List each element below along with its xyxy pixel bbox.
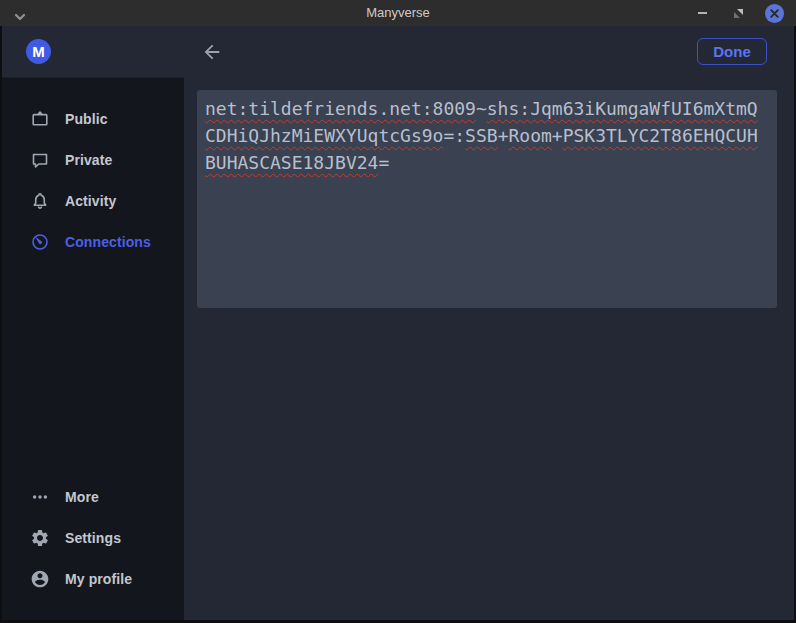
sidebar-item-more[interactable]: More bbox=[2, 476, 184, 517]
window-frame: M Done bbox=[0, 26, 796, 623]
main-pane: net:tildefriends.net:8009~shs:Jqm63iKumg… bbox=[184, 77, 794, 620]
invite-code-field[interactable]: net:tildefriends.net:8009~shs:Jqm63iKumg… bbox=[197, 90, 777, 308]
sidebar-top-group: Public Private bbox=[2, 98, 184, 262]
dots-horizontal-icon bbox=[30, 487, 50, 507]
invite-segment: ~ bbox=[476, 98, 487, 119]
sidebar-item-my-profile[interactable]: My profile bbox=[2, 558, 184, 599]
maximize-icon[interactable] bbox=[729, 4, 748, 23]
app-topbar: M Done bbox=[2, 26, 794, 77]
gauge-icon bbox=[30, 232, 50, 252]
sidebar-item-activity[interactable]: Activity bbox=[2, 180, 184, 221]
sidebar-item-label: My profile bbox=[65, 571, 132, 587]
sidebar-item-private[interactable]: Private bbox=[2, 139, 184, 180]
invite-segment: net:tildefriends.net:8009 bbox=[205, 98, 476, 119]
invite-segment: Room bbox=[508, 125, 551, 146]
window-title: Manyverse bbox=[0, 0, 796, 26]
invite-segment: SSB bbox=[465, 125, 498, 146]
invite-segment: = bbox=[378, 152, 389, 173]
back-arrow-icon[interactable] bbox=[200, 40, 224, 64]
account-circle-icon bbox=[30, 569, 50, 589]
sidebar-bottom-group: More Settings bbox=[2, 476, 184, 599]
manyverse-window: Manyverse M D bbox=[0, 0, 796, 623]
titlebar: Manyverse bbox=[0, 0, 796, 26]
sidebar-item-label: Private bbox=[65, 152, 112, 168]
invite-segment: + bbox=[552, 125, 563, 146]
sidebar-item-label: Settings bbox=[65, 530, 121, 546]
close-icon[interactable] bbox=[765, 4, 784, 23]
sidebar-item-label: Connections bbox=[65, 234, 151, 250]
window-controls bbox=[693, 0, 784, 26]
sidebar-item-label: Public bbox=[65, 111, 108, 127]
gear-icon bbox=[30, 528, 50, 548]
sidebar-item-settings[interactable]: Settings bbox=[2, 517, 184, 558]
sidebar-item-public[interactable]: Public bbox=[2, 98, 184, 139]
invite-segment: =: bbox=[443, 125, 465, 146]
bulletin-board-icon bbox=[30, 109, 50, 129]
minimize-icon[interactable] bbox=[693, 4, 712, 23]
invite-code: net:tildefriends.net:8009~shs:Jqm63iKumg… bbox=[205, 98, 758, 173]
content-row: Public Private bbox=[2, 77, 794, 620]
invite-segment: + bbox=[498, 125, 509, 146]
bell-icon bbox=[30, 191, 50, 211]
sidebar-item-label: More bbox=[65, 489, 99, 505]
sidebar: Public Private bbox=[2, 77, 184, 620]
sidebar-item-connections[interactable]: Connections bbox=[2, 221, 184, 262]
done-button[interactable]: Done bbox=[697, 38, 767, 65]
sidebar-item-label: Activity bbox=[65, 193, 116, 209]
message-bubble-icon bbox=[30, 150, 50, 170]
manyverse-logo: M bbox=[26, 39, 51, 64]
